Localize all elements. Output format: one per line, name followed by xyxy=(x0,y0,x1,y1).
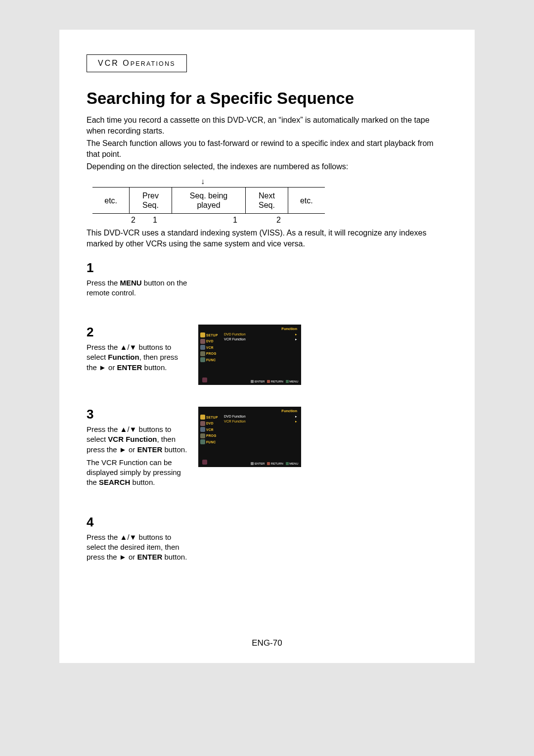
intro-p3: Depending on the direction selected, the… xyxy=(87,161,447,172)
post-table-text: This DVD-VCR uses a standard indexing sy… xyxy=(87,228,447,249)
page-footer: ENG-70 xyxy=(59,638,475,648)
return-icon xyxy=(267,380,270,383)
osd-screenshot-3: Function SETUP DVD VCR PROG FUNC DVD Fun… xyxy=(198,407,301,467)
step-3-text-2: The VCR Function can be displayed simply… xyxy=(87,458,187,488)
step-1: 1 Press the MENU button on the remote co… xyxy=(87,260,198,298)
dvd-icon xyxy=(200,421,205,426)
step-4-number: 4 xyxy=(87,515,187,530)
step-4: 4 Press the ▲/▼ buttons to select the de… xyxy=(87,515,198,563)
step-2-text: Press the ▲/▼ buttons to select Function… xyxy=(87,342,187,373)
osd-menu-dvd: DVD Function▸ xyxy=(224,415,298,419)
osd-menu-vcr: VCR Function▸ xyxy=(224,420,298,424)
prog-icon xyxy=(200,351,205,356)
vcr-icon xyxy=(200,345,205,350)
osd-header: Function xyxy=(200,409,298,413)
step-1-text: Press the MENU button on the remote cont… xyxy=(87,278,187,298)
setup-icon xyxy=(200,415,205,420)
step-4-row: 4 Press the ▲/▼ buttons to select the de… xyxy=(87,515,447,567)
step-4-text: Press the ▲/▼ buttons to select the desi… xyxy=(87,532,187,563)
prog-icon xyxy=(200,433,205,438)
seq-cell-playing: Seq. being played xyxy=(172,187,246,213)
section-header-box: VCR OPERATIONS xyxy=(87,54,187,72)
section-label: VCR OPERATIONS xyxy=(98,59,176,67)
seq-cell-next: Next Seq. xyxy=(246,187,288,213)
osd-sidebar: SETUP DVD VCR PROG FUNC xyxy=(200,415,222,446)
seq-cell-etc-left: etc. xyxy=(92,187,130,213)
menu-icon xyxy=(286,462,289,465)
step-2-number: 2 xyxy=(87,325,187,340)
enter-icon xyxy=(251,380,254,383)
setup-icon xyxy=(200,332,205,337)
enter-icon xyxy=(251,462,254,465)
step-3-row: 3 Press the ▲/▼ buttons to select VCR Fu… xyxy=(87,407,447,493)
osd-main: DVD Function▸ VCR Function▸ xyxy=(222,415,298,446)
osd-menu-vcr: VCR Function▸ xyxy=(224,337,298,341)
seq-cell-prev: Prev Seq. xyxy=(130,187,172,213)
step-2: 2 Press the ▲/▼ buttons to select Functi… xyxy=(87,325,198,380)
return-icon xyxy=(267,462,270,465)
step-3: 3 Press the ▲/▼ buttons to select VCR Fu… xyxy=(87,407,198,488)
intro-text: Each time you record a cassette on this … xyxy=(87,115,447,172)
osd-menu-dvd: DVD Function▸ xyxy=(224,332,298,336)
manual-page: VCR OPERATIONS Searching for a Specific … xyxy=(59,30,475,663)
osd-footer: ENTER RETURN MENU xyxy=(198,380,298,383)
arrow-down-icon: ↓ xyxy=(92,177,325,186)
intro-p2: The Search function allows you to fast-f… xyxy=(87,138,447,159)
osd-sidebar: SETUP DVD VCR PROG FUNC xyxy=(200,332,222,364)
menu-icon xyxy=(286,380,289,383)
osd-screenshot-2: Function SETUP DVD VCR PROG FUNC DVD Fun… xyxy=(198,325,301,385)
sequence-table: etc. Prev Seq. Seq. being played Next Se… xyxy=(92,187,325,214)
step-3-text: Press the ▲/▼ buttons to select VCR Func… xyxy=(87,425,187,455)
osd-footer: ENTER RETURN MENU xyxy=(198,462,298,465)
step-2-row: 2 Press the ▲/▼ buttons to select Functi… xyxy=(87,325,447,385)
seq-cell-etc-right: etc. xyxy=(288,187,325,213)
step-1-number: 1 xyxy=(87,260,187,276)
page-title: Searching for a Specific Sequence xyxy=(87,89,447,108)
func-icon xyxy=(200,357,205,362)
dvd-icon xyxy=(200,339,205,344)
sequence-numbers: 2 1 1 2 xyxy=(92,214,325,225)
step-3-number: 3 xyxy=(87,407,187,422)
vcr-icon xyxy=(200,427,205,432)
osd-header: Function xyxy=(200,327,298,331)
step-1-row: 1 Press the MENU button on the remote co… xyxy=(87,260,447,303)
intro-p1: Each time you record a cassette on this … xyxy=(87,115,447,136)
osd-main: DVD Function▸ VCR Function▸ xyxy=(222,332,298,364)
func-icon xyxy=(200,439,205,444)
